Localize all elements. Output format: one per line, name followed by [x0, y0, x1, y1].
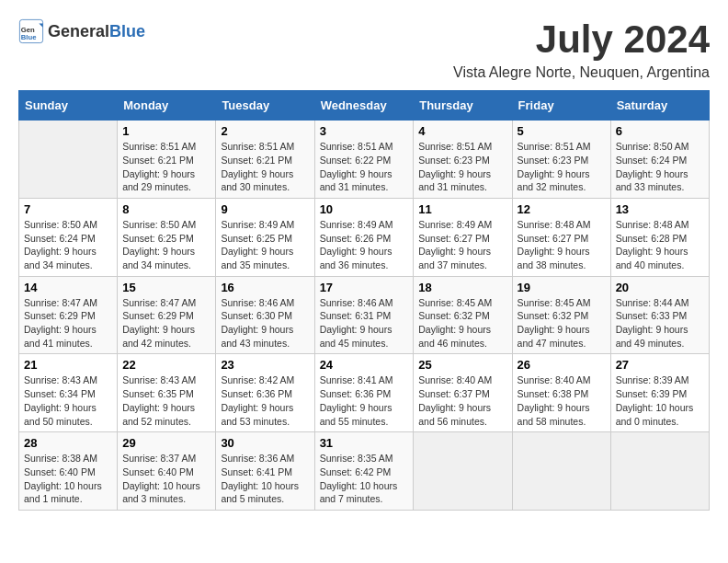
calendar-cell: 10Sunrise: 8:49 AMSunset: 6:26 PMDayligh…	[314, 198, 414, 276]
calendar-cell	[610, 432, 709, 511]
cell-info: Sunrise: 8:39 AMSunset: 6:39 PMDaylight:…	[616, 373, 704, 428]
cell-info: Sunrise: 8:51 AMSunset: 6:21 PMDaylight:…	[221, 140, 309, 194]
calendar-header-row: SundayMondayTuesdayWednesdayThursdayFrid…	[19, 91, 710, 121]
logo-icon: Gen Blue	[18, 18, 44, 44]
calendar-cell: 22Sunrise: 8:43 AMSunset: 6:35 PMDayligh…	[118, 354, 216, 432]
calendar-cell: 28Sunrise: 8:38 AMSunset: 6:40 PMDayligh…	[19, 432, 118, 511]
calendar-cell: 1Sunrise: 8:51 AMSunset: 6:21 PMDaylight…	[118, 121, 216, 199]
calendar-week-3: 14Sunrise: 8:47 AMSunset: 6:29 PMDayligh…	[19, 276, 710, 354]
logo-text-blue: Blue	[109, 22, 145, 40]
cell-info: Sunrise: 8:43 AMSunset: 6:35 PMDaylight:…	[122, 373, 210, 428]
col-header-sunday: Sunday	[19, 91, 118, 121]
col-header-thursday: Thursday	[414, 91, 512, 121]
calendar-cell: 31Sunrise: 8:35 AMSunset: 6:42 PMDayligh…	[314, 432, 414, 511]
logo-text-general: General	[48, 22, 109, 40]
day-number: 9	[221, 202, 309, 216]
cell-info: Sunrise: 8:42 AMSunset: 6:36 PMDaylight:…	[221, 373, 309, 428]
cell-info: Sunrise: 8:41 AMSunset: 6:36 PMDaylight:…	[320, 373, 409, 428]
day-number: 15	[122, 281, 210, 294]
calendar-cell: 12Sunrise: 8:48 AMSunset: 6:27 PMDayligh…	[512, 198, 610, 276]
cell-info: Sunrise: 8:47 AMSunset: 6:29 PMDaylight:…	[122, 296, 210, 350]
calendar-week-2: 7Sunrise: 8:50 AMSunset: 6:24 PMDaylight…	[19, 198, 710, 276]
calendar-week-1: 1Sunrise: 8:51 AMSunset: 6:21 PMDaylight…	[19, 121, 710, 199]
calendar-cell: 7Sunrise: 8:50 AMSunset: 6:24 PMDaylight…	[19, 198, 118, 276]
cell-info: Sunrise: 8:38 AMSunset: 6:40 PMDaylight:…	[24, 452, 112, 506]
day-number: 20	[616, 281, 704, 294]
calendar-cell: 19Sunrise: 8:45 AMSunset: 6:32 PMDayligh…	[512, 276, 610, 354]
cell-info: Sunrise: 8:50 AMSunset: 6:24 PMDaylight:…	[616, 140, 704, 194]
calendar-cell: 25Sunrise: 8:40 AMSunset: 6:37 PMDayligh…	[414, 354, 512, 432]
page-header: Gen Blue GeneralBlue July 2024 Vista Ale…	[18, 18, 710, 81]
day-number: 18	[418, 281, 506, 294]
col-header-friday: Friday	[512, 91, 610, 121]
calendar-cell: 18Sunrise: 8:45 AMSunset: 6:32 PMDayligh…	[414, 276, 512, 354]
calendar-cell: 17Sunrise: 8:46 AMSunset: 6:31 PMDayligh…	[314, 276, 414, 354]
calendar-cell: 14Sunrise: 8:47 AMSunset: 6:29 PMDayligh…	[19, 276, 118, 354]
cell-info: Sunrise: 8:51 AMSunset: 6:22 PMDaylight:…	[320, 140, 409, 194]
cell-info: Sunrise: 8:45 AMSunset: 6:32 PMDaylight:…	[518, 296, 606, 350]
cell-info: Sunrise: 8:50 AMSunset: 6:24 PMDaylight:…	[24, 218, 112, 272]
day-number: 21	[24, 358, 112, 372]
calendar-cell	[19, 121, 118, 199]
day-number: 26	[518, 358, 606, 372]
calendar-cell: 30Sunrise: 8:36 AMSunset: 6:41 PMDayligh…	[216, 432, 314, 511]
calendar-cell: 11Sunrise: 8:49 AMSunset: 6:27 PMDayligh…	[414, 198, 512, 276]
cell-info: Sunrise: 8:50 AMSunset: 6:25 PMDaylight:…	[122, 218, 210, 272]
day-number: 2	[221, 124, 309, 138]
cell-info: Sunrise: 8:36 AMSunset: 6:41 PMDaylight:…	[221, 452, 309, 506]
cell-info: Sunrise: 8:51 AMSunset: 6:21 PMDaylight:…	[122, 140, 210, 194]
day-number: 31	[320, 436, 409, 450]
col-header-wednesday: Wednesday	[314, 91, 414, 121]
calendar-cell	[512, 432, 610, 511]
day-number: 7	[24, 202, 112, 216]
calendar-week-4: 21Sunrise: 8:43 AMSunset: 6:34 PMDayligh…	[19, 354, 710, 432]
calendar-cell: 6Sunrise: 8:50 AMSunset: 6:24 PMDaylight…	[610, 121, 709, 199]
day-number: 17	[320, 281, 409, 294]
day-number: 6	[616, 124, 704, 138]
calendar-cell: 5Sunrise: 8:51 AMSunset: 6:23 PMDaylight…	[512, 121, 610, 199]
cell-info: Sunrise: 8:37 AMSunset: 6:40 PMDaylight:…	[122, 452, 210, 506]
day-number: 19	[518, 281, 606, 294]
day-number: 29	[122, 436, 210, 450]
calendar-cell: 8Sunrise: 8:50 AMSunset: 6:25 PMDaylight…	[118, 198, 216, 276]
calendar-cell: 26Sunrise: 8:40 AMSunset: 6:38 PMDayligh…	[512, 354, 610, 432]
day-number: 14	[24, 281, 112, 294]
calendar-cell	[414, 432, 512, 511]
cell-info: Sunrise: 8:43 AMSunset: 6:34 PMDaylight:…	[24, 373, 112, 428]
month-year-title: July 2024	[453, 18, 710, 61]
calendar-cell: 24Sunrise: 8:41 AMSunset: 6:36 PMDayligh…	[314, 354, 414, 432]
day-number: 13	[616, 202, 704, 216]
cell-info: Sunrise: 8:48 AMSunset: 6:28 PMDaylight:…	[616, 218, 704, 272]
cell-info: Sunrise: 8:40 AMSunset: 6:37 PMDaylight:…	[418, 373, 506, 428]
calendar-cell: 23Sunrise: 8:42 AMSunset: 6:36 PMDayligh…	[216, 354, 314, 432]
calendar-cell: 3Sunrise: 8:51 AMSunset: 6:22 PMDaylight…	[314, 121, 414, 199]
day-number: 23	[221, 358, 309, 372]
calendar-cell: 16Sunrise: 8:46 AMSunset: 6:30 PMDayligh…	[216, 276, 314, 354]
day-number: 1	[122, 124, 210, 138]
cell-info: Sunrise: 8:49 AMSunset: 6:26 PMDaylight:…	[320, 218, 409, 272]
calendar-table: SundayMondayTuesdayWednesdayThursdayFrid…	[18, 90, 710, 511]
calendar-cell: 9Sunrise: 8:49 AMSunset: 6:25 PMDaylight…	[216, 198, 314, 276]
cell-info: Sunrise: 8:51 AMSunset: 6:23 PMDaylight:…	[518, 140, 606, 194]
day-number: 12	[518, 202, 606, 216]
cell-info: Sunrise: 8:44 AMSunset: 6:33 PMDaylight:…	[616, 296, 704, 350]
cell-info: Sunrise: 8:46 AMSunset: 6:30 PMDaylight:…	[221, 296, 309, 350]
col-header-monday: Monday	[118, 91, 216, 121]
cell-info: Sunrise: 8:49 AMSunset: 6:27 PMDaylight:…	[418, 218, 506, 272]
calendar-week-5: 28Sunrise: 8:38 AMSunset: 6:40 PMDayligh…	[19, 432, 710, 511]
calendar-cell: 15Sunrise: 8:47 AMSunset: 6:29 PMDayligh…	[118, 276, 216, 354]
logo: Gen Blue GeneralBlue	[18, 18, 145, 44]
day-number: 11	[418, 202, 506, 216]
day-number: 27	[616, 358, 704, 372]
day-number: 8	[122, 202, 210, 216]
calendar-cell: 27Sunrise: 8:39 AMSunset: 6:39 PMDayligh…	[610, 354, 709, 432]
calendar-cell: 4Sunrise: 8:51 AMSunset: 6:23 PMDaylight…	[414, 121, 512, 199]
col-header-tuesday: Tuesday	[216, 91, 314, 121]
calendar-cell: 13Sunrise: 8:48 AMSunset: 6:28 PMDayligh…	[610, 198, 709, 276]
cell-info: Sunrise: 8:51 AMSunset: 6:23 PMDaylight:…	[418, 140, 506, 194]
cell-info: Sunrise: 8:48 AMSunset: 6:27 PMDaylight:…	[518, 218, 606, 272]
calendar-cell: 20Sunrise: 8:44 AMSunset: 6:33 PMDayligh…	[610, 276, 709, 354]
cell-info: Sunrise: 8:49 AMSunset: 6:25 PMDaylight:…	[221, 218, 309, 272]
col-header-saturday: Saturday	[610, 91, 709, 121]
day-number: 22	[122, 358, 210, 372]
